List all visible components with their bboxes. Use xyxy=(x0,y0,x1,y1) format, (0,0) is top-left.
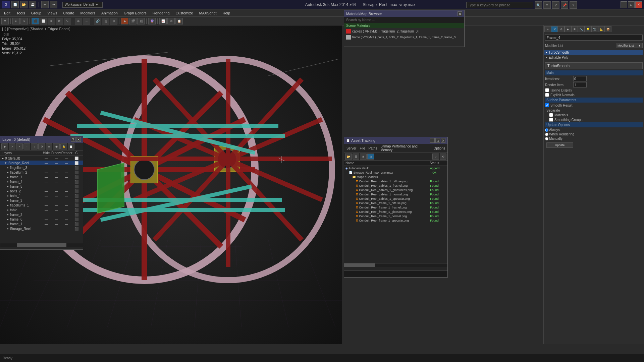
layers-add-btn[interactable]: + xyxy=(16,143,23,149)
layers-icon7[interactable]: ◈ xyxy=(46,143,52,149)
layer-flagellum2[interactable]: ● flagellum_2 — — — ⬛ xyxy=(0,170,83,175)
asset-close-btn[interactable]: ✕ xyxy=(441,138,445,143)
mat-search-input[interactable] xyxy=(344,17,464,23)
undo-tb-btn[interactable]: ↩ xyxy=(12,18,20,24)
menu-modifiers[interactable]: Modifiers xyxy=(77,10,98,16)
layer-frame5[interactable]: ● frame_5 — — — ⬛ xyxy=(0,184,83,189)
layer-tablo[interactable]: ● tablo — — — ⬛ xyxy=(0,207,83,212)
menu-group[interactable]: Group xyxy=(29,10,44,16)
move-btn[interactable]: ✥ xyxy=(48,18,55,24)
ref-coord-btn[interactable]: ↔ xyxy=(83,18,90,24)
render-btn[interactable]: ▶ xyxy=(121,18,128,24)
layer-frame3[interactable]: ● frame_3 — — — ⬛ xyxy=(0,198,83,203)
frame-name-input[interactable] xyxy=(545,35,643,41)
menu-customize[interactable]: Customize xyxy=(173,10,196,16)
mat-item-frame[interactable]: frame ( VRayMtl ) [bolts_1, bolts_2, fla… xyxy=(344,34,464,40)
layers-close-btn[interactable]: ✕ xyxy=(76,137,81,142)
layer-frame1[interactable]: ● frame_1 — — — ⬛ xyxy=(0,222,83,226)
explicit-normals-checkbox[interactable] xyxy=(545,93,549,97)
update-manually-radio[interactable] xyxy=(545,137,548,140)
layer-flagellums1[interactable]: ● flagellums_1 — — — ⬛ xyxy=(0,203,83,207)
layer-item-default[interactable]: ▶ 0 (default) — — — ⬜ xyxy=(0,156,83,161)
asset-minimize-btn[interactable]: — xyxy=(430,138,435,143)
asset-scrollbar[interactable] xyxy=(344,263,447,267)
select-center-btn[interactable]: ⊕ xyxy=(75,18,82,24)
new-btn[interactable]: 📄 xyxy=(11,1,19,8)
help-btn[interactable]: ? xyxy=(570,1,577,9)
tab-extra3[interactable]: 📐 xyxy=(598,26,605,32)
layers-icon6[interactable]: ⚙ xyxy=(38,143,45,149)
link-btn[interactable]: 🔗 xyxy=(94,18,101,24)
layers-icon1[interactable]: ◆ xyxy=(1,143,8,149)
layers-icon8[interactable]: ◉ xyxy=(53,143,60,149)
menu-edit[interactable]: Edit xyxy=(1,10,13,16)
select-region-btn[interactable]: ⬜ xyxy=(40,18,47,24)
update-always-radio[interactable] xyxy=(545,128,548,132)
asset-tb-5[interactable]: ⚙ xyxy=(440,154,446,160)
tab-display[interactable]: 👁 xyxy=(571,26,578,32)
layers-icon2[interactable]: ✕ xyxy=(9,143,15,149)
workspace-selector[interactable]: Workspace: Default ▼ xyxy=(62,2,103,8)
close-btn[interactable]: ✕ xyxy=(635,1,642,8)
search-btn[interactable]: 🔍 xyxy=(535,1,542,9)
open-btn[interactable]: 📂 xyxy=(20,1,28,8)
menu-tools[interactable]: Tools xyxy=(14,10,28,16)
layers-scrollbar[interactable] xyxy=(0,243,83,247)
tab-extra[interactable]: 💡 xyxy=(585,26,591,32)
layers-icon10[interactable]: 📋 xyxy=(68,143,74,149)
curve-editor-btn[interactable]: 📈 xyxy=(159,18,167,24)
isoline-checkbox[interactable] xyxy=(545,88,549,92)
search-pin-btn[interactable]: 📌 xyxy=(561,1,568,9)
tab-create[interactable]: ✦ xyxy=(544,26,551,32)
asset-tb-help[interactable]: ? xyxy=(432,154,439,160)
save-btn[interactable]: 💾 xyxy=(29,1,36,8)
unlink-btn[interactable]: ⛓ xyxy=(102,18,109,24)
modifier-turbsmooth[interactable]: ● TurboSmooth xyxy=(544,50,643,55)
layer-frame6[interactable]: ● frame_6 — — — ⬛ xyxy=(0,217,83,222)
menu-graph-editors[interactable]: Graph Editors xyxy=(121,10,149,16)
layers-icon9[interactable]: 🔒 xyxy=(60,143,67,149)
tab-extra4[interactable]: 📦 xyxy=(605,26,611,32)
asset-frame-normal[interactable]: 🖼 Conduit_Reel_frame_1_normal.png Found xyxy=(344,214,447,218)
rotate-btn[interactable]: ⟳ xyxy=(56,18,63,24)
iterations-input[interactable] xyxy=(573,76,587,81)
undo-btn[interactable]: ↩ xyxy=(41,1,49,8)
search-input[interactable] xyxy=(466,2,533,8)
menu-create[interactable]: Create xyxy=(60,10,77,16)
search-options-btn[interactable]: ≡ xyxy=(543,1,551,9)
asset-cables-glossiness[interactable]: 🖼 Conduit_Reel_cables_1_glossiness.png F… xyxy=(344,188,447,192)
scale-btn[interactable]: ⤡ xyxy=(64,18,71,24)
layer-bolts1[interactable]: ● bolts_1 — — — ⬛ xyxy=(0,193,83,198)
layer-bolts2[interactable]: ● bolts_2 — — — ⬛ xyxy=(0,189,83,193)
layers-icon4[interactable]: ↑ xyxy=(23,143,30,149)
asset-max-file[interactable]: 📄 Storage_Reel_max_vray.max Ok xyxy=(344,170,447,175)
tab-motion[interactable]: ▶ xyxy=(565,26,571,32)
asset-menu-bitmap[interactable]: Bitmap Performance and Memory xyxy=(379,144,431,152)
smooth-result-checkbox[interactable] xyxy=(545,103,549,107)
asset-frame-glossiness[interactable]: 🖼 Conduit_Reel_frame_1_glossiness.png Fo… xyxy=(344,209,447,214)
layer-flagellum3[interactable]: ● flagellum_3 — — — ⬛ xyxy=(0,165,83,170)
schematic-view-btn[interactable]: 🗂 xyxy=(167,18,175,24)
render-setup-btn[interactable]: 🎬 xyxy=(129,18,137,24)
asset-cables-normal[interactable]: 🖼 Conduit_Reel_cables_1_normal.png Found xyxy=(344,192,447,196)
bind-btn[interactable]: ⚙ xyxy=(110,18,117,24)
redo-tb-btn[interactable]: ↪ xyxy=(20,18,28,24)
asset-cables-fresnel[interactable]: 🖼 Conduit_Reel_cables_1_fresnel.png Foun… xyxy=(344,183,447,188)
asset-maximize-btn[interactable]: □ xyxy=(435,138,440,143)
asset-cables-specular[interactable]: 🖼 Conduit_Reel_cables_1_specular.png Fou… xyxy=(344,196,447,201)
asset-menu-server[interactable]: Server xyxy=(345,146,358,150)
asset-maps-shaders[interactable]: 📁 Maps / Shaders xyxy=(344,175,447,179)
redo-btn[interactable]: ↪ xyxy=(50,1,57,8)
asset-tb-2[interactable]: ☰ xyxy=(353,154,359,160)
tab-hierarchy[interactable]: ⚙ xyxy=(558,26,565,32)
asset-menu-file[interactable]: File xyxy=(358,146,366,150)
modifier-dropdown[interactable]: Modifier List ▼ xyxy=(616,43,643,48)
minimize-btn[interactable]: — xyxy=(621,1,627,8)
smoothing-groups-checkbox[interactable] xyxy=(549,118,553,122)
render-iters-input[interactable] xyxy=(573,82,587,87)
tab-modify[interactable]: ⚒ xyxy=(551,26,558,32)
asset-vault[interactable]: ◈ Autodesk Vault Logged I xyxy=(344,166,447,170)
update-rendering-radio[interactable] xyxy=(545,133,548,136)
menu-views[interactable]: Views xyxy=(45,10,60,16)
menu-animation[interactable]: Animation xyxy=(99,10,120,16)
